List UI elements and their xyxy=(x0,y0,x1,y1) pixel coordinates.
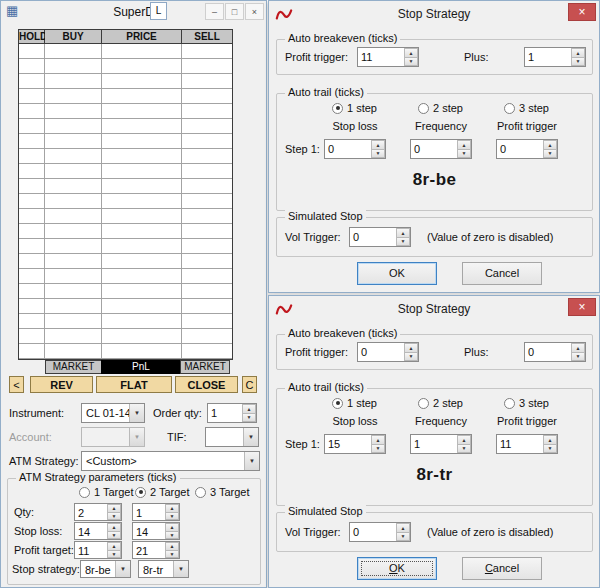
spinner-down-icon[interactable]: ▼ xyxy=(457,149,471,159)
back-button[interactable]: < xyxy=(9,376,24,393)
grid-row[interactable] xyxy=(19,299,232,314)
buy-cell[interactable] xyxy=(45,89,102,104)
sell-cell[interactable] xyxy=(182,269,232,284)
hold-cell[interactable] xyxy=(19,209,45,224)
grid-row[interactable] xyxy=(19,59,232,74)
hold-cell[interactable] xyxy=(19,224,45,239)
tif-combo[interactable]: ▼ xyxy=(205,427,259,447)
hold-cell[interactable] xyxy=(19,179,45,194)
hold-cell[interactable] xyxy=(19,74,45,89)
c-button[interactable]: C xyxy=(242,376,257,393)
grid-row[interactable] xyxy=(19,119,232,134)
grid-row[interactable] xyxy=(19,224,232,239)
qty-spinner-2[interactable]: 1▲▼ xyxy=(132,503,180,521)
sell-cell[interactable] xyxy=(182,329,232,344)
radio-1-step[interactable]: 1 step xyxy=(332,397,377,409)
close-button[interactable]: × xyxy=(568,298,596,316)
hold-cell[interactable] xyxy=(19,104,45,119)
combo-dropdown-icon[interactable]: ▼ xyxy=(129,428,144,446)
grid-row[interactable] xyxy=(19,239,232,254)
overlapping-window-fragment[interactable]: L xyxy=(150,2,167,20)
pnl-cell[interactable]: PnL xyxy=(101,360,181,374)
radio-1-step[interactable]: 1 step xyxy=(332,102,377,114)
grid-row[interactable] xyxy=(19,104,232,119)
buy-cell[interactable] xyxy=(45,344,102,359)
spinner-down-icon[interactable]: ▼ xyxy=(242,413,256,423)
sell-cell[interactable] xyxy=(182,104,232,119)
spinner-down-icon[interactable]: ▼ xyxy=(404,57,418,67)
sell-cell[interactable] xyxy=(182,209,232,224)
combo-dropdown-icon[interactable]: ▼ xyxy=(243,428,258,446)
sell-cell[interactable] xyxy=(182,44,232,59)
spinner-down-icon[interactable]: ▼ xyxy=(543,444,557,454)
combo-dropdown-icon[interactable]: ▼ xyxy=(244,452,259,470)
buy-cell[interactable] xyxy=(45,254,102,269)
step1-profit-trigger-spinner[interactable]: 0▲▼ xyxy=(496,139,558,159)
sell-cell[interactable] xyxy=(182,344,232,359)
buy-cell[interactable] xyxy=(45,269,102,284)
buy-cell[interactable] xyxy=(45,194,102,209)
buy-cell[interactable] xyxy=(45,299,102,314)
spinner-down-icon[interactable]: ▼ xyxy=(571,352,585,362)
close-icon[interactable]: × xyxy=(245,3,264,20)
hold-cell[interactable] xyxy=(19,344,45,359)
sell-cell[interactable] xyxy=(182,179,232,194)
dialog-titlebar[interactable]: Stop Strategy × xyxy=(269,296,599,320)
vol-trigger-spinner[interactable]: 0▲▼ xyxy=(349,227,411,247)
maximize-icon[interactable]: □ xyxy=(225,3,244,20)
grid-row[interactable] xyxy=(19,134,232,149)
grid-row[interactable] xyxy=(19,164,232,179)
spinner-down-icon[interactable]: ▼ xyxy=(371,444,385,454)
stop-loss-spinner-1[interactable]: 14▲▼ xyxy=(74,522,122,540)
buy-cell[interactable] xyxy=(45,59,102,74)
step1-profit-trigger-spinner[interactable]: 11▲▼ xyxy=(496,434,558,454)
step1-frequency-spinner[interactable]: 0▲▼ xyxy=(410,139,472,159)
spinner-down-icon[interactable]: ▼ xyxy=(571,57,585,67)
ok-button[interactable]: OK xyxy=(357,262,437,285)
profit-target-spinner-1[interactable]: 11▲▼ xyxy=(74,541,122,559)
buy-cell[interactable] xyxy=(45,224,102,239)
spinner-down-icon[interactable]: ▼ xyxy=(165,531,179,540)
radio-3-step[interactable]: 3 step xyxy=(504,102,549,114)
buy-cell[interactable] xyxy=(45,314,102,329)
step1-stop-loss-spinner[interactable]: 0▲▼ xyxy=(324,139,386,159)
radio-3-target[interactable]: 3 Target xyxy=(195,486,250,498)
spinner-down-icon[interactable]: ▼ xyxy=(396,532,410,542)
buy-cell[interactable] xyxy=(45,44,102,59)
buy-cell[interactable] xyxy=(45,209,102,224)
grid-row[interactable] xyxy=(19,89,232,104)
buy-cell[interactable] xyxy=(45,119,102,134)
close-button[interactable]: × xyxy=(568,3,596,21)
instrument-combo[interactable]: CL 01-14▼ xyxy=(81,403,145,423)
grid-row[interactable] xyxy=(19,74,232,89)
buy-cell[interactable] xyxy=(45,104,102,119)
hold-cell[interactable] xyxy=(19,149,45,164)
qty-spinner-1[interactable]: 2▲▼ xyxy=(74,503,122,521)
hold-cell[interactable] xyxy=(19,299,45,314)
grid-row[interactable] xyxy=(19,269,232,284)
flat-button[interactable]: FLAT xyxy=(96,376,172,393)
sell-cell[interactable] xyxy=(182,134,232,149)
hold-cell[interactable] xyxy=(19,239,45,254)
sell-cell[interactable] xyxy=(182,314,232,329)
hold-cell[interactable] xyxy=(19,89,45,104)
superdom-titlebar[interactable]: ▦ SuperD L – □ × xyxy=(1,1,266,24)
sell-cell[interactable] xyxy=(182,284,232,299)
grid-row[interactable] xyxy=(19,329,232,344)
spinner-down-icon[interactable]: ▼ xyxy=(543,149,557,159)
grid-row[interactable] xyxy=(19,194,232,209)
buy-cell[interactable] xyxy=(45,74,102,89)
hold-cell[interactable] xyxy=(19,314,45,329)
sell-cell[interactable] xyxy=(182,59,232,74)
spinner-down-icon[interactable]: ▼ xyxy=(371,149,385,159)
hold-cell[interactable] xyxy=(19,284,45,299)
buy-cell[interactable] xyxy=(45,329,102,344)
spinner-down-icon[interactable]: ▼ xyxy=(457,444,471,454)
hold-cell[interactable] xyxy=(19,59,45,74)
hold-cell[interactable] xyxy=(19,119,45,134)
sell-cell[interactable] xyxy=(182,254,232,269)
minimize-icon[interactable]: – xyxy=(205,3,224,20)
grid-row[interactable] xyxy=(19,284,232,299)
rev-button[interactable]: REV xyxy=(30,376,93,393)
spinner-down-icon[interactable]: ▼ xyxy=(107,550,121,559)
